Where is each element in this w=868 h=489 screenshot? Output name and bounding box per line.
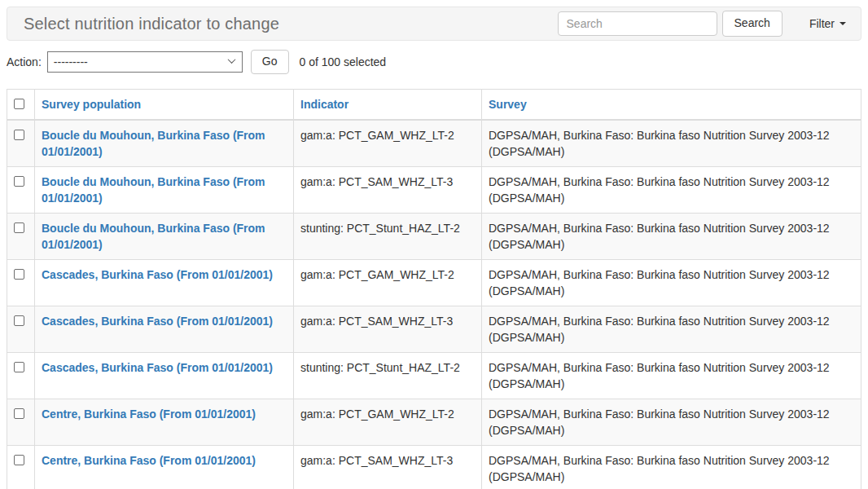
- survey-cell: DGPSA/MAH, Burkina Faso: Burkina faso Nu…: [482, 167, 861, 214]
- row-checkbox-cell: [7, 353, 35, 399]
- indicator-cell: gam:a: PCT_SAM_WHZ_LT-3: [294, 446, 482, 489]
- column-header-survey-population[interactable]: Survey population: [35, 90, 294, 121]
- row-checkbox-cell: [7, 167, 35, 214]
- filter-label: Filter: [809, 17, 835, 30]
- search-button[interactable]: Search: [722, 11, 783, 37]
- table-row: Cascades, Burkina Faso (From 01/01/2001)…: [7, 260, 861, 306]
- action-select-value: ---------: [54, 55, 88, 68]
- survey-cell: DGPSA/MAH, Burkina Faso: Burkina faso Nu…: [482, 353, 861, 399]
- header-bar: Select nutrition indicator to change Sea…: [7, 7, 861, 41]
- column-header-indicator[interactable]: Indicator: [294, 90, 482, 121]
- indicator-cell: gam:a: PCT_SAM_WHZ_LT-3: [294, 167, 482, 214]
- survey-population-link[interactable]: Boucle du Mouhoun, Burkina Faso (From 01…: [42, 222, 265, 251]
- survey-population-cell: Cascades, Burkina Faso (From 01/01/2001): [35, 306, 294, 353]
- select-all-checkbox[interactable]: [14, 99, 24, 109]
- selection-status: 0 of 100 selected: [300, 55, 387, 68]
- table-body: Boucle du Mouhoun, Burkina Faso (From 01…: [7, 120, 861, 489]
- table-header-row: Survey population Indicator Survey: [7, 90, 861, 121]
- indicator-cell: gam:a: PCT_GAM_WHZ_LT-2: [294, 399, 482, 446]
- select-all-header-cell: [7, 90, 35, 121]
- table-row: Cascades, Burkina Faso (From 01/01/2001)…: [7, 353, 861, 399]
- survey-cell: DGPSA/MAH, Burkina Faso: Burkina faso Nu…: [482, 446, 861, 489]
- survey-population-cell: Boucle du Mouhoun, Burkina Faso (From 01…: [35, 167, 294, 214]
- row-checkbox[interactable]: [14, 176, 24, 187]
- table-row: Centre, Burkina Faso (From 01/01/2001) g…: [7, 399, 861, 446]
- survey-cell: DGPSA/MAH, Burkina Faso: Burkina faso Nu…: [482, 399, 861, 446]
- caret-down-icon: [840, 22, 846, 25]
- row-checkbox[interactable]: [14, 408, 24, 419]
- chevron-down-icon: [227, 55, 235, 64]
- filter-dropdown-toggle[interactable]: Filter: [809, 17, 846, 30]
- survey-cell: DGPSA/MAH, Burkina Faso: Burkina faso Nu…: [482, 306, 861, 353]
- survey-population-link[interactable]: Cascades, Burkina Faso (From 01/01/2001): [42, 315, 273, 328]
- survey-population-link[interactable]: Centre, Burkina Faso (From 01/01/2001): [42, 454, 256, 467]
- table-row: Cascades, Burkina Faso (From 01/01/2001)…: [7, 306, 861, 353]
- table-row: Centre, Burkina Faso (From 01/01/2001) g…: [7, 446, 861, 489]
- indicator-cell: stunting: PCT_Stunt_HAZ_LT-2: [294, 214, 482, 260]
- page-title: Select nutrition indicator to change: [24, 15, 279, 33]
- survey-population-cell: Cascades, Burkina Faso (From 01/01/2001): [35, 353, 294, 399]
- row-checkbox-cell: [7, 399, 35, 446]
- survey-population-link[interactable]: Boucle du Mouhoun, Burkina Faso (From 01…: [42, 129, 265, 158]
- action-select[interactable]: ---------: [47, 51, 243, 73]
- action-label: Action:: [7, 55, 42, 68]
- changelist-page: Select nutrition indicator to change Sea…: [7, 7, 861, 489]
- table-row: Boucle du Mouhoun, Burkina Faso (From 01…: [7, 214, 861, 260]
- go-button[interactable]: Go: [251, 50, 289, 74]
- table-row: Boucle du Mouhoun, Burkina Faso (From 01…: [7, 167, 861, 214]
- survey-population-cell: Boucle du Mouhoun, Burkina Faso (From 01…: [35, 214, 294, 260]
- row-checkbox-cell: [7, 446, 35, 489]
- survey-population-link[interactable]: Cascades, Burkina Faso (From 01/01/2001): [42, 268, 273, 281]
- survey-population-cell: Cascades, Burkina Faso (From 01/01/2001): [35, 260, 294, 306]
- survey-population-cell: Centre, Burkina Faso (From 01/01/2001): [35, 399, 294, 446]
- table-row: Boucle du Mouhoun, Burkina Faso (From 01…: [7, 120, 861, 167]
- indicator-cell: gam:a: PCT_SAM_WHZ_LT-3: [294, 306, 482, 353]
- row-checkbox[interactable]: [14, 222, 24, 233]
- survey-population-cell: Boucle du Mouhoun, Burkina Faso (From 01…: [35, 120, 294, 167]
- column-header-survey[interactable]: Survey: [482, 90, 861, 121]
- indicator-cell: stunting: PCT_Stunt_HAZ_LT-2: [294, 353, 482, 399]
- search-input[interactable]: [558, 11, 717, 36]
- row-checkbox[interactable]: [14, 455, 24, 465]
- survey-population-link[interactable]: Cascades, Burkina Faso (From 01/01/2001): [42, 361, 273, 374]
- row-checkbox[interactable]: [14, 269, 24, 280]
- survey-population-cell: Centre, Burkina Faso (From 01/01/2001): [35, 446, 294, 489]
- indicator-cell: gam:a: PCT_GAM_WHZ_LT-2: [294, 120, 482, 167]
- row-checkbox[interactable]: [14, 315, 24, 326]
- row-checkbox[interactable]: [14, 130, 24, 140]
- indicator-cell: gam:a: PCT_GAM_WHZ_LT-2: [294, 260, 482, 306]
- survey-cell: DGPSA/MAH, Burkina Faso: Burkina faso Nu…: [482, 214, 861, 260]
- row-checkbox[interactable]: [14, 362, 24, 372]
- row-checkbox-cell: [7, 306, 35, 353]
- survey-population-link[interactable]: Boucle du Mouhoun, Burkina Faso (From 01…: [42, 175, 265, 205]
- row-checkbox-cell: [7, 120, 35, 167]
- result-table: Survey population Indicator Survey Boucl…: [7, 89, 861, 489]
- row-checkbox-cell: [7, 260, 35, 306]
- row-checkbox-cell: [7, 214, 35, 260]
- survey-population-link[interactable]: Centre, Burkina Faso (From 01/01/2001): [42, 408, 256, 421]
- actions-row: Action: --------- Go 0 of 100 selected: [7, 50, 861, 74]
- survey-cell: DGPSA/MAH, Burkina Faso: Burkina faso Nu…: [482, 120, 861, 167]
- survey-cell: DGPSA/MAH, Burkina Faso: Burkina faso Nu…: [482, 260, 861, 306]
